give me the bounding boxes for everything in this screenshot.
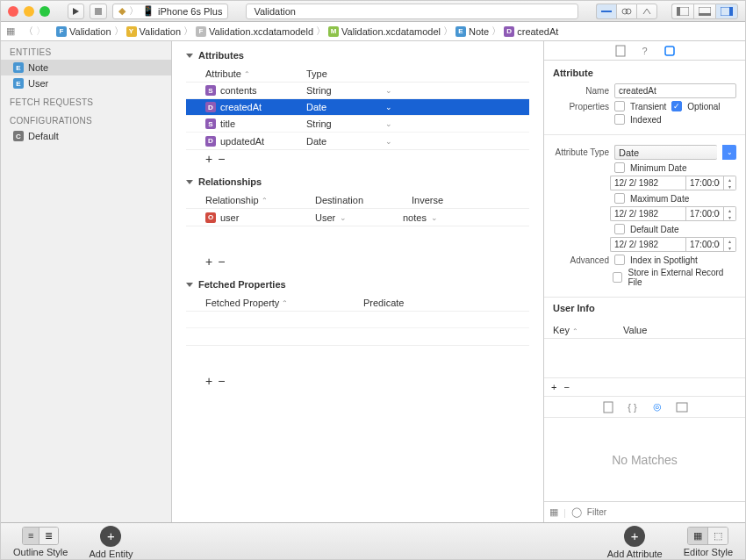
forward-button[interactable]: 〉: [36, 25, 46, 38]
assistant-editor-icon[interactable]: [616, 4, 636, 19]
max-date-checkbox[interactable]: [614, 193, 625, 204]
relationship-row[interactable]: OuserUser ⌄notes ⌄: [186, 209, 529, 226]
related-items-icon[interactable]: ▦: [6, 25, 15, 37]
entity-item[interactable]: EUser: [1, 75, 171, 91]
breadcrumb[interactable]: MValidation.xcdatamodel: [328, 26, 441, 37]
attribute-row[interactable]: ScontentsString⌄: [186, 83, 529, 99]
plus-icon[interactable]: +: [551, 382, 556, 392]
attribute-row[interactable]: StitleString⌄: [186, 116, 529, 133]
attribute-row[interactable]: DcreatedAtDate⌄: [186, 99, 529, 116]
plus-icon[interactable]: +: [205, 256, 212, 267]
stop-button[interactable]: [90, 4, 107, 19]
svg-rect-6: [699, 13, 711, 16]
version-editor-icon[interactable]: [636, 4, 657, 19]
add-attribute-button[interactable]: + Add Attribute: [607, 526, 663, 559]
min-date-field[interactable]: ▴▾: [610, 176, 736, 190]
spotlight-checkbox[interactable]: [614, 255, 625, 265]
grid-view-icon[interactable]: ▦: [549, 506, 558, 518]
panel-toggle-segment[interactable]: [671, 4, 738, 19]
device-icon: 📱: [142, 5, 154, 17]
back-button[interactable]: 〈: [24, 25, 33, 38]
config-item[interactable]: CDefault: [1, 128, 171, 144]
data-model-inspector-icon[interactable]: [664, 45, 676, 57]
code-snippet-icon[interactable]: { }: [627, 401, 639, 413]
svg-rect-9: [616, 46, 625, 56]
minus-icon[interactable]: −: [218, 154, 225, 164]
fetched-properties-section-header[interactable]: Fetched Properties: [186, 279, 529, 290]
table-row[interactable]: [186, 312, 529, 328]
attribute-row[interactable]: DupdatedAtDate⌄: [186, 133, 529, 149]
minus-icon[interactable]: −: [218, 376, 225, 386]
help-inspector-icon[interactable]: ?: [639, 45, 651, 57]
indexed-checkbox[interactable]: [614, 114, 625, 125]
dropdown-icon[interactable]: ⌄: [385, 86, 392, 95]
optional-checkbox[interactable]: ✓: [671, 101, 682, 111]
filter-icon: ◯: [571, 506, 582, 518]
play-icon: [73, 8, 79, 15]
run-button[interactable]: [68, 4, 84, 19]
media-library-icon[interactable]: [676, 401, 688, 413]
crumb-icon: Y: [126, 26, 137, 37]
breadcrumb[interactable]: FValidation.xcdatamodeld: [196, 26, 313, 37]
min-date-checkbox[interactable]: [614, 162, 625, 173]
relationships-section-header[interactable]: Relationships: [186, 176, 529, 187]
attributes-add-remove[interactable]: +−: [186, 150, 529, 164]
scheme-selector[interactable]: ◆ 〉 📱 iPhone 6s Plus: [112, 4, 228, 19]
attributes-section-header[interactable]: Attributes: [186, 50, 529, 61]
library-tabs[interactable]: { } ◎: [544, 397, 745, 418]
inspector-panel: ? Attribute Name Properties Transient ✓O…: [543, 41, 745, 522]
fetchedprops-add-remove[interactable]: +−: [186, 372, 529, 386]
dropdown-icon[interactable]: ⌄: [385, 103, 392, 111]
library-filter-bar: ▦ | ◯: [544, 501, 745, 522]
zoom-window-icon[interactable]: [39, 6, 50, 17]
external-record-checkbox[interactable]: [613, 272, 623, 283]
breadcrumb[interactable]: FValidation: [56, 26, 111, 37]
titlebar: ◆ 〉 📱 iPhone 6s Plus Validation: [1, 1, 745, 22]
right-panel-icon[interactable]: [715, 4, 738, 19]
file-template-icon[interactable]: [602, 401, 614, 413]
name-field[interactable]: [614, 83, 736, 98]
transient-checkbox[interactable]: [614, 101, 625, 111]
relationships-add-remove[interactable]: +−: [186, 253, 529, 267]
breadcrumb[interactable]: DcreatedAt: [504, 26, 558, 37]
bottom-panel-icon[interactable]: [693, 4, 715, 19]
close-window-icon[interactable]: [8, 6, 18, 17]
crumb-icon: E: [455, 26, 466, 37]
user-info-header[interactable]: Key ⌃Value: [544, 322, 745, 339]
svg-point-2: [626, 9, 631, 14]
editor-area: Attributes Attribute ⌃Type ScontentsStri…: [172, 41, 543, 522]
minimize-window-icon[interactable]: [24, 6, 34, 17]
entity-item[interactable]: ENote: [1, 60, 171, 75]
select-arrow-icon: ⌄: [722, 145, 736, 160]
table-row[interactable]: [186, 328, 529, 345]
file-inspector-icon[interactable]: [614, 45, 627, 57]
outline-style-button[interactable]: ≡≣ Outline Style: [13, 527, 68, 557]
user-info-body[interactable]: [544, 339, 745, 377]
attribute-type-select[interactable]: Date: [614, 145, 717, 160]
editor-style-button[interactable]: ▦⬚ Editor Style: [684, 527, 733, 557]
plus-icon: +: [624, 526, 645, 547]
inspector-tabs[interactable]: ?: [544, 41, 745, 61]
default-date-field[interactable]: ▴▾: [610, 237, 736, 252]
svg-rect-12: [677, 403, 687, 412]
plus-icon[interactable]: +: [205, 376, 212, 386]
filter-input[interactable]: [587, 506, 740, 520]
minus-icon[interactable]: −: [563, 382, 569, 392]
breadcrumb[interactable]: ENote: [455, 26, 489, 37]
dropdown-icon[interactable]: ⌄: [385, 119, 392, 128]
max-date-field[interactable]: ▴▾: [610, 206, 736, 221]
breadcrumb[interactable]: YValidation: [126, 26, 182, 37]
default-date-checkbox[interactable]: [614, 224, 625, 234]
dropdown-icon[interactable]: ⌄: [385, 137, 392, 146]
standard-editor-icon[interactable]: [596, 4, 616, 19]
fetch-requests-header: FETCH REQUESTS: [1, 91, 171, 110]
minus-icon[interactable]: −: [218, 256, 225, 267]
left-panel-icon[interactable]: [671, 4, 693, 19]
type-icon: D: [205, 102, 216, 112]
editor-mode-segment[interactable]: [596, 4, 657, 19]
user-info-add-remove[interactable]: +−: [544, 378, 745, 397]
add-entity-button[interactable]: + Add Entity: [89, 526, 133, 559]
object-library-icon[interactable]: ◎: [651, 401, 664, 413]
plus-icon[interactable]: +: [205, 154, 212, 164]
jump-bar[interactable]: ▦ 〈 〉 FValidation〉YValidation〉FValidatio…: [1, 22, 745, 41]
